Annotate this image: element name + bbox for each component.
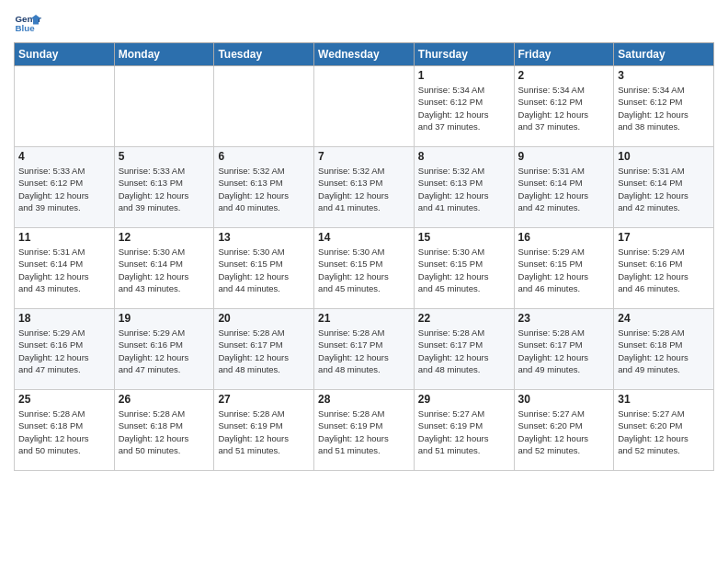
day-number: 5 — [119, 150, 210, 163]
day-info: Sunrise: 5:30 AM Sunset: 6:15 PM Dayligh… — [318, 246, 410, 294]
day-number: 15 — [418, 231, 510, 244]
calendar-header-row: SundayMondayTuesdayWednesdayThursdayFrid… — [15, 43, 714, 66]
day-info: Sunrise: 5:34 AM Sunset: 6:12 PM Dayligh… — [518, 84, 610, 132]
day-number: 21 — [318, 312, 410, 325]
day-number: 28 — [318, 393, 410, 406]
day-number: 16 — [518, 231, 610, 244]
calendar-cell: 1Sunrise: 5:34 AM Sunset: 6:12 PM Daylig… — [414, 66, 514, 147]
day-number: 11 — [18, 231, 110, 244]
day-number: 9 — [518, 150, 610, 163]
calendar-cell: 22Sunrise: 5:28 AM Sunset: 6:17 PM Dayli… — [414, 309, 514, 390]
calendar-header-monday: Monday — [114, 43, 214, 66]
day-number: 1 — [418, 69, 510, 82]
calendar-cell: 17Sunrise: 5:29 AM Sunset: 6:16 PM Dayli… — [614, 228, 714, 309]
calendar-cell: 12Sunrise: 5:30 AM Sunset: 6:14 PM Dayli… — [114, 228, 214, 309]
calendar-cell: 26Sunrise: 5:28 AM Sunset: 6:18 PM Dayli… — [114, 390, 214, 471]
calendar-cell: 24Sunrise: 5:28 AM Sunset: 6:18 PM Dayli… — [614, 309, 714, 390]
day-number: 27 — [218, 393, 310, 406]
day-number: 8 — [418, 150, 510, 163]
day-info: Sunrise: 5:29 AM Sunset: 6:15 PM Dayligh… — [518, 246, 610, 294]
calendar-header-sunday: Sunday — [15, 43, 115, 66]
svg-text:Blue: Blue — [16, 23, 36, 33]
day-number: 26 — [119, 393, 210, 406]
day-info: Sunrise: 5:32 AM Sunset: 6:13 PM Dayligh… — [318, 165, 410, 213]
calendar-cell: 15Sunrise: 5:30 AM Sunset: 6:15 PM Dayli… — [414, 228, 514, 309]
day-info: Sunrise: 5:34 AM Sunset: 6:12 PM Dayligh… — [618, 84, 710, 132]
calendar-cell: 8Sunrise: 5:32 AM Sunset: 6:13 PM Daylig… — [414, 147, 514, 228]
day-number: 30 — [518, 393, 610, 406]
day-number: 14 — [318, 231, 410, 244]
day-number: 25 — [18, 393, 110, 406]
calendar-cell — [314, 66, 415, 147]
calendar-cell: 16Sunrise: 5:29 AM Sunset: 6:15 PM Dayli… — [514, 228, 614, 309]
day-info: Sunrise: 5:31 AM Sunset: 6:14 PM Dayligh… — [618, 165, 710, 213]
calendar-cell: 25Sunrise: 5:28 AM Sunset: 6:18 PM Dayli… — [15, 390, 115, 471]
calendar-cell: 9Sunrise: 5:31 AM Sunset: 6:14 PM Daylig… — [514, 147, 614, 228]
calendar-cell: 3Sunrise: 5:34 AM Sunset: 6:12 PM Daylig… — [614, 66, 714, 147]
header: General Blue — [14, 9, 714, 37]
day-info: Sunrise: 5:27 AM Sunset: 6:19 PM Dayligh… — [418, 408, 510, 456]
calendar-cell: 4Sunrise: 5:33 AM Sunset: 6:12 PM Daylig… — [15, 147, 115, 228]
calendar-cell: 2Sunrise: 5:34 AM Sunset: 6:12 PM Daylig… — [514, 66, 614, 147]
calendar-cell: 19Sunrise: 5:29 AM Sunset: 6:16 PM Dayli… — [114, 309, 214, 390]
day-number: 6 — [218, 150, 310, 163]
day-info: Sunrise: 5:32 AM Sunset: 6:13 PM Dayligh… — [218, 165, 310, 213]
day-number: 18 — [18, 312, 110, 325]
calendar-week-4: 18Sunrise: 5:29 AM Sunset: 6:16 PM Dayli… — [15, 309, 714, 390]
calendar-cell: 27Sunrise: 5:28 AM Sunset: 6:19 PM Dayli… — [214, 390, 314, 471]
day-number: 3 — [618, 69, 710, 82]
day-number: 13 — [218, 231, 310, 244]
logo: General Blue — [14, 9, 41, 37]
calendar-cell: 14Sunrise: 5:30 AM Sunset: 6:15 PM Dayli… — [314, 228, 415, 309]
day-info: Sunrise: 5:28 AM Sunset: 6:17 PM Dayligh… — [318, 327, 410, 375]
day-info: Sunrise: 5:32 AM Sunset: 6:13 PM Dayligh… — [418, 165, 510, 213]
day-info: Sunrise: 5:28 AM Sunset: 6:17 PM Dayligh… — [518, 327, 610, 375]
calendar-cell — [15, 66, 115, 147]
day-info: Sunrise: 5:33 AM Sunset: 6:12 PM Dayligh… — [18, 165, 110, 213]
calendar-cell: 28Sunrise: 5:28 AM Sunset: 6:19 PM Dayli… — [314, 390, 415, 471]
calendar-cell: 20Sunrise: 5:28 AM Sunset: 6:17 PM Dayli… — [214, 309, 314, 390]
day-info: Sunrise: 5:34 AM Sunset: 6:12 PM Dayligh… — [418, 84, 510, 132]
day-info: Sunrise: 5:29 AM Sunset: 6:16 PM Dayligh… — [618, 246, 710, 294]
calendar-cell: 5Sunrise: 5:33 AM Sunset: 6:13 PM Daylig… — [114, 147, 214, 228]
day-info: Sunrise: 5:30 AM Sunset: 6:15 PM Dayligh… — [418, 246, 510, 294]
calendar-table: SundayMondayTuesdayWednesdayThursdayFrid… — [14, 42, 714, 471]
day-info: Sunrise: 5:28 AM Sunset: 6:17 PM Dayligh… — [418, 327, 510, 375]
day-number: 22 — [418, 312, 510, 325]
calendar-cell: 23Sunrise: 5:28 AM Sunset: 6:17 PM Dayli… — [514, 309, 614, 390]
calendar-week-5: 25Sunrise: 5:28 AM Sunset: 6:18 PM Dayli… — [15, 390, 714, 471]
day-info: Sunrise: 5:28 AM Sunset: 6:18 PM Dayligh… — [618, 327, 710, 375]
logo-icon: General Blue — [14, 9, 41, 37]
day-info: Sunrise: 5:28 AM Sunset: 6:17 PM Dayligh… — [218, 327, 310, 375]
calendar-cell: 6Sunrise: 5:32 AM Sunset: 6:13 PM Daylig… — [214, 147, 314, 228]
calendar-cell: 10Sunrise: 5:31 AM Sunset: 6:14 PM Dayli… — [614, 147, 714, 228]
calendar-week-2: 4Sunrise: 5:33 AM Sunset: 6:12 PM Daylig… — [15, 147, 714, 228]
calendar-header-friday: Friday — [514, 43, 614, 66]
day-info: Sunrise: 5:27 AM Sunset: 6:20 PM Dayligh… — [518, 408, 610, 456]
calendar-header-thursday: Thursday — [414, 43, 514, 66]
day-number: 31 — [618, 393, 710, 406]
day-number: 2 — [518, 69, 610, 82]
calendar-cell: 30Sunrise: 5:27 AM Sunset: 6:20 PM Dayli… — [514, 390, 614, 471]
day-number: 12 — [119, 231, 210, 244]
day-info: Sunrise: 5:31 AM Sunset: 6:14 PM Dayligh… — [18, 246, 110, 294]
calendar-header-wednesday: Wednesday — [314, 43, 415, 66]
calendar-cell: 7Sunrise: 5:32 AM Sunset: 6:13 PM Daylig… — [314, 147, 415, 228]
day-info: Sunrise: 5:29 AM Sunset: 6:16 PM Dayligh… — [18, 327, 110, 375]
day-info: Sunrise: 5:29 AM Sunset: 6:16 PM Dayligh… — [119, 327, 210, 375]
calendar-cell — [114, 66, 214, 147]
day-info: Sunrise: 5:33 AM Sunset: 6:13 PM Dayligh… — [119, 165, 210, 213]
calendar-cell: 29Sunrise: 5:27 AM Sunset: 6:19 PM Dayli… — [414, 390, 514, 471]
day-number: 24 — [618, 312, 710, 325]
calendar-week-3: 11Sunrise: 5:31 AM Sunset: 6:14 PM Dayli… — [15, 228, 714, 309]
day-info: Sunrise: 5:28 AM Sunset: 6:18 PM Dayligh… — [119, 408, 210, 456]
calendar-cell: 13Sunrise: 5:30 AM Sunset: 6:15 PM Dayli… — [214, 228, 314, 309]
day-info: Sunrise: 5:30 AM Sunset: 6:14 PM Dayligh… — [119, 246, 210, 294]
day-number: 7 — [318, 150, 410, 163]
day-number: 19 — [119, 312, 210, 325]
day-number: 20 — [218, 312, 310, 325]
calendar-header-tuesday: Tuesday — [214, 43, 314, 66]
calendar-header-saturday: Saturday — [614, 43, 714, 66]
day-info: Sunrise: 5:27 AM Sunset: 6:20 PM Dayligh… — [618, 408, 710, 456]
day-number: 17 — [618, 231, 710, 244]
